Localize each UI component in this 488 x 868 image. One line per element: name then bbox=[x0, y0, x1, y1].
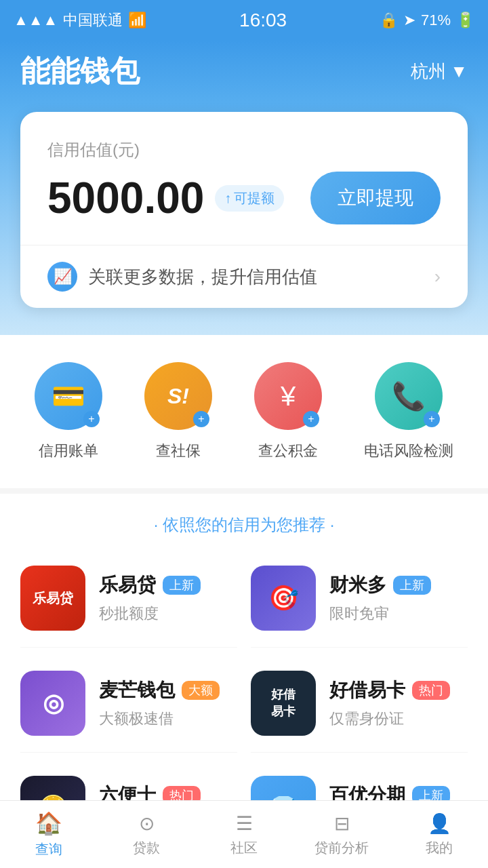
maizhi-info: 麦芒钱包 大额 大额极速借 bbox=[99, 677, 237, 729]
chevron-right-icon: › bbox=[434, 266, 441, 288]
leyidai-info: 乐易贷 上新 秒批额度 bbox=[99, 572, 237, 624]
credit-amount: 5000.00 bbox=[47, 173, 204, 223]
nav-loan-label: 贷款 bbox=[133, 839, 160, 857]
nav-analysis[interactable]: ⊟ 贷前分析 bbox=[293, 801, 390, 868]
action-credit-bill[interactable]: 💳 + 信用账单 bbox=[35, 362, 102, 461]
nav-mine[interactable]: 👤 我的 bbox=[390, 801, 488, 868]
caimeiduo-name: 财米多 bbox=[329, 572, 386, 598]
credit-amount-left: 5000.00 ↑ 可提额 bbox=[47, 173, 284, 223]
loan-icon: ⊙ bbox=[139, 812, 155, 835]
haojie-badge: 热门 bbox=[412, 681, 450, 700]
leyidai-name: 乐易贷 bbox=[99, 572, 156, 598]
leyidai-desc: 秒批额度 bbox=[99, 605, 159, 622]
profile-icon: 👤 bbox=[428, 812, 451, 835]
leyidai-logo: 乐易贷 bbox=[20, 566, 85, 631]
maizhi-name: 麦芒钱包 bbox=[99, 677, 175, 703]
signal-icon: ▲▲▲ bbox=[14, 12, 58, 29]
haojie-desc: 仅需身份证 bbox=[329, 710, 404, 727]
plus-badge: + bbox=[83, 411, 100, 427]
maizhi-desc: 大额极速借 bbox=[99, 710, 174, 727]
credit-link-text: 关联更多数据，提升信用估值 bbox=[88, 265, 317, 289]
caimeiduo-desc: 限时免审 bbox=[329, 605, 389, 622]
credit-link-row[interactable]: 📈 关联更多数据，提升信用估值 › bbox=[47, 245, 441, 308]
location-button[interactable]: 杭州 ▼ bbox=[411, 60, 468, 83]
battery-icon: 🔋 bbox=[456, 12, 474, 29]
plus-badge-2: + bbox=[193, 411, 209, 427]
nav-query[interactable]: 🏠 查询 bbox=[0, 801, 98, 868]
phone-risk-icon: 📞 + bbox=[375, 362, 443, 430]
fund-icon: ¥ + bbox=[254, 362, 322, 430]
nav-community[interactable]: ☰ 社区 bbox=[195, 801, 293, 868]
credit-amount-row: 5000.00 ↑ 可提额 立即提现 bbox=[47, 172, 441, 224]
location-icon: ➤ bbox=[403, 12, 415, 29]
haojie-name: 好借易卡 bbox=[329, 677, 405, 703]
plus-badge-3: + bbox=[303, 411, 319, 427]
app-header: 能能钱包 杭州 ▼ bbox=[0, 41, 488, 112]
status-bar: ▲▲▲ 中国联通 📶 16:03 🔒 ➤ 71% 🔋 bbox=[0, 0, 488, 41]
available-label: 可提额 bbox=[234, 189, 274, 208]
product-maizhi[interactable]: ◎ 麦芒钱包 大额 大额极速借 bbox=[20, 654, 237, 753]
community-icon: ☰ bbox=[236, 812, 253, 835]
maizhi-name-row: 麦芒钱包 大额 bbox=[99, 677, 237, 703]
caimeiduo-info: 财米多 上新 限时免审 bbox=[329, 572, 468, 624]
rec-prefix: · bbox=[154, 515, 163, 534]
nav-community-label: 社区 bbox=[230, 839, 258, 857]
time-display: 16:03 bbox=[239, 9, 287, 31]
credit-link-left: 📈 关联更多数据，提升信用估值 bbox=[47, 262, 317, 292]
carrier-label: 中国联通 bbox=[63, 10, 123, 31]
status-right: 🔒 ➤ 71% 🔋 bbox=[380, 12, 474, 29]
nav-query-label: 查询 bbox=[35, 840, 62, 859]
arrow-up-icon: ↑ bbox=[224, 191, 231, 206]
bottom-navigation: 🏠 查询 ⊙ 贷款 ☰ 社区 ⊟ 贷前分析 👤 我的 bbox=[0, 800, 488, 868]
caimeiduo-badge: 上新 bbox=[393, 576, 431, 595]
haojie-name-row: 好借易卡 热门 bbox=[329, 677, 468, 703]
battery-label: 71% bbox=[421, 12, 451, 29]
haojie-logo: 好借易卡 bbox=[251, 671, 316, 736]
analysis-icon: ⊟ bbox=[334, 812, 350, 835]
plus-badge-4: + bbox=[424, 411, 440, 427]
leyidai-name-row: 乐易贷 上新 bbox=[99, 572, 237, 598]
caimeiduo-name-row: 财米多 上新 bbox=[329, 572, 468, 598]
status-left: ▲▲▲ 中国联通 📶 bbox=[14, 10, 146, 31]
nav-analysis-label: 贷前分析 bbox=[314, 839, 369, 857]
action-social-label: 查社保 bbox=[156, 441, 201, 461]
rec-text: 依照您的信用为您推荐 bbox=[163, 515, 325, 534]
lock-icon: 🔒 bbox=[380, 12, 398, 29]
nav-loan[interactable]: ⊙ 贷款 bbox=[98, 801, 195, 868]
action-fund-label: 查公积金 bbox=[258, 441, 318, 461]
home-icon: 🏠 bbox=[35, 810, 62, 836]
withdraw-button[interactable]: 立即提现 bbox=[310, 172, 441, 224]
product-row-2: ◎ 麦芒钱包 大额 大额极速借 好借易卡 好借易卡 热门 仅需身份证 bbox=[20, 654, 468, 753]
haojie-info: 好借易卡 热门 仅需身份证 bbox=[329, 677, 468, 729]
credit-label: 信用估值(元) bbox=[47, 139, 441, 161]
rec-suffix: · bbox=[330, 515, 335, 534]
action-fund[interactable]: ¥ + 查公积金 bbox=[254, 362, 322, 461]
maizhi-logo: ◎ bbox=[20, 671, 85, 736]
app-title: 能能钱包 bbox=[20, 52, 140, 92]
credit-bill-icon: 💳 + bbox=[35, 362, 102, 430]
product-row-1: 乐易贷 乐易贷 上新 秒批额度 🎯 财米多 上新 限时免审 bbox=[20, 549, 468, 648]
credit-card: 信用估值(元) 5000.00 ↑ 可提额 立即提现 📈 关联更多数据，提升信用… bbox=[20, 112, 468, 308]
action-credit-label: 信用账单 bbox=[39, 441, 98, 461]
chevron-down-icon: ▼ bbox=[450, 61, 468, 82]
available-badge: ↑ 可提额 bbox=[215, 185, 284, 212]
credit-section: 信用估值(元) 5000.00 ↑ 可提额 立即提现 📈 关联更多数据，提升信用… bbox=[0, 112, 488, 335]
caimeiduo-logo: 🎯 bbox=[251, 566, 316, 631]
product-caimeiduo[interactable]: 🎯 财米多 上新 限时免审 bbox=[251, 549, 468, 648]
nav-mine-label: 我的 bbox=[426, 839, 453, 857]
wifi-icon: 📶 bbox=[128, 12, 146, 29]
maizhi-badge: 大额 bbox=[182, 681, 220, 700]
trend-icon: 📈 bbox=[47, 262, 77, 292]
leyidai-badge: 上新 bbox=[163, 576, 201, 595]
quick-actions: 💳 + 信用账单 S! + 查社保 ¥ + 查公积金 📞 + 电话风险检测 bbox=[0, 335, 488, 494]
action-phone-label: 电话风险检测 bbox=[364, 441, 453, 461]
rec-label: · 依照您的信用为您推荐 · bbox=[0, 494, 488, 549]
action-social-security[interactable]: S! + 查社保 bbox=[144, 362, 212, 461]
product-haojie[interactable]: 好借易卡 好借易卡 热门 仅需身份证 bbox=[251, 654, 468, 753]
location-label: 杭州 bbox=[411, 60, 446, 83]
product-leyidai[interactable]: 乐易贷 乐易贷 上新 秒批额度 bbox=[20, 549, 237, 648]
social-security-icon: S! + bbox=[144, 362, 212, 430]
action-phone-risk[interactable]: 📞 + 电话风险检测 bbox=[364, 362, 453, 461]
